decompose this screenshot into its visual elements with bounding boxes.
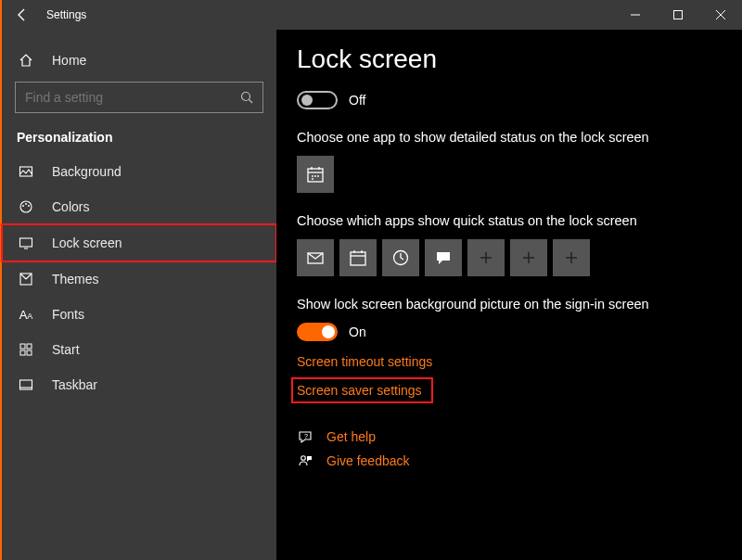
svg-rect-12 xyxy=(20,344,25,349)
sidebar: Home Personalization Background Colors xyxy=(2,30,276,560)
toggle-state-label: Off xyxy=(349,93,365,108)
search-icon xyxy=(240,91,253,104)
sidebar-home[interactable]: Home xyxy=(2,43,276,78)
sidebar-home-label: Home xyxy=(52,53,86,68)
sidebar-item-label: Start xyxy=(52,342,80,357)
quick-status-add-slot-1[interactable] xyxy=(467,239,505,276)
detailed-status-app-button[interactable] xyxy=(297,156,334,193)
sidebar-item-label: Colors xyxy=(52,199,89,214)
svg-point-8 xyxy=(28,205,30,207)
calendar-icon xyxy=(306,165,325,184)
svg-rect-14 xyxy=(20,350,25,355)
svg-point-24 xyxy=(317,175,319,177)
themes-icon xyxy=(17,272,35,286)
quick-status-app-calendar[interactable] xyxy=(339,239,377,276)
sidebar-item-lock-screen[interactable]: Lock screen xyxy=(2,224,276,261)
content-pane: Lock screen Off Choose one app to show d… xyxy=(276,30,742,560)
sidebar-item-label: Fonts xyxy=(52,307,84,322)
palette-icon xyxy=(17,199,35,214)
toggle-on-icon xyxy=(297,323,338,341)
close-button[interactable] xyxy=(699,0,742,30)
get-help-label: Get help xyxy=(326,429,376,444)
quick-status-app-clock[interactable] xyxy=(382,239,419,276)
quick-status-label: Choose which apps show quick status on t… xyxy=(297,213,742,228)
plus-icon xyxy=(521,250,536,265)
svg-point-33 xyxy=(301,456,306,461)
svg-point-5 xyxy=(20,201,32,212)
sidebar-item-taskbar[interactable]: Taskbar xyxy=(2,367,276,402)
svg-point-2 xyxy=(242,93,250,101)
sidebar-category: Personalization xyxy=(2,119,276,154)
sidebar-item-themes[interactable]: Themes xyxy=(2,261,276,297)
start-icon xyxy=(17,342,35,357)
give-feedback-label: Give feedback xyxy=(326,453,410,468)
plus-icon xyxy=(479,250,493,265)
svg-rect-18 xyxy=(308,169,323,182)
back-button[interactable] xyxy=(2,7,43,22)
svg-point-7 xyxy=(25,203,27,205)
minimize-button[interactable] xyxy=(614,0,657,30)
window-title: Settings xyxy=(46,8,86,21)
svg-rect-27 xyxy=(351,252,365,265)
quick-status-add-slot-2[interactable] xyxy=(510,239,547,276)
lock-screen-icon xyxy=(17,235,35,250)
svg-rect-9 xyxy=(20,238,32,247)
signin-picture-label: Show lock screen background picture on t… xyxy=(297,297,742,312)
sidebar-item-fonts[interactable]: AA Fonts xyxy=(2,297,276,332)
give-feedback-link[interactable]: Give feedback xyxy=(297,453,742,468)
svg-rect-15 xyxy=(27,350,32,355)
svg-rect-1 xyxy=(674,11,683,19)
plus-icon xyxy=(564,250,579,265)
sidebar-item-label: Taskbar xyxy=(52,377,97,392)
screen-timeout-link[interactable]: Screen timeout settings xyxy=(297,354,742,369)
quick-status-app-mail[interactable] xyxy=(297,239,334,276)
lock-screen-toggle[interactable]: Off xyxy=(297,91,742,109)
maximize-button[interactable] xyxy=(657,0,699,30)
search-input[interactable] xyxy=(25,90,220,105)
help-icon: ? xyxy=(297,429,313,444)
svg-point-6 xyxy=(22,205,24,207)
taskbar-icon xyxy=(17,377,35,392)
sidebar-item-label: Background xyxy=(52,164,122,179)
quick-status-add-slot-3[interactable] xyxy=(553,239,590,276)
page-title: Lock screen xyxy=(297,45,742,74)
clock-icon xyxy=(391,248,410,267)
sidebar-item-start[interactable]: Start xyxy=(2,332,276,367)
screen-saver-link[interactable]: Screen saver settings xyxy=(297,383,428,398)
svg-text:?: ? xyxy=(304,433,308,439)
detailed-status-label: Choose one app to show detailed status o… xyxy=(297,130,742,145)
toggle-state-label: On xyxy=(349,325,366,339)
sidebar-item-background[interactable]: Background xyxy=(2,154,276,189)
fonts-icon: AA xyxy=(17,308,35,322)
svg-point-22 xyxy=(312,175,313,177)
calendar-icon xyxy=(349,248,367,267)
sidebar-item-colors[interactable]: Colors xyxy=(2,189,276,224)
home-icon xyxy=(17,53,35,68)
feedback-icon xyxy=(297,453,313,468)
search-box[interactable] xyxy=(15,82,263,113)
toggle-off-icon xyxy=(297,91,338,109)
quick-status-app-messaging[interactable] xyxy=(425,239,462,276)
chat-icon xyxy=(434,248,453,267)
signin-picture-toggle[interactable]: On xyxy=(297,323,742,341)
svg-point-23 xyxy=(314,175,316,177)
titlebar: Settings xyxy=(2,0,742,30)
get-help-link[interactable]: ? Get help xyxy=(297,429,742,444)
svg-rect-13 xyxy=(27,344,32,349)
svg-point-25 xyxy=(312,178,313,180)
mail-icon xyxy=(306,248,325,267)
picture-icon xyxy=(17,164,35,179)
sidebar-item-label: Lock screen xyxy=(52,235,122,250)
sidebar-item-label: Themes xyxy=(52,272,99,286)
svg-line-3 xyxy=(249,100,253,104)
